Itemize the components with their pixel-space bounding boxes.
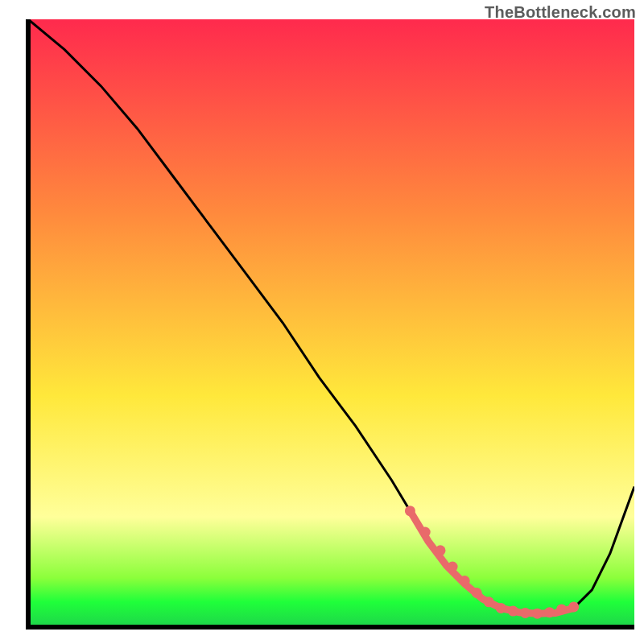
- optimal-dot: [448, 562, 458, 572]
- optimal-dot: [508, 606, 518, 617]
- optimal-dot: [484, 597, 494, 607]
- chart-container: TheBottleneck.com: [0, 0, 644, 644]
- optimal-dot: [405, 506, 415, 516]
- optimal-dot: [436, 545, 446, 555]
- optimal-dot: [496, 603, 506, 613]
- optimal-dot: [460, 576, 470, 586]
- optimal-dot: [556, 604, 567, 614]
- bottleneck-chart-svg: [0, 0, 644, 644]
- optimal-dot: [420, 527, 431, 538]
- plot-area-background: [28, 19, 634, 626]
- attribution-text: TheBottleneck.com: [485, 3, 636, 22]
- optimal-dot: [520, 608, 530, 618]
- optimal-dot: [472, 588, 482, 598]
- optimal-dot: [568, 601, 579, 612]
- optimal-dot: [544, 607, 555, 617]
- optimal-dot: [532, 609, 543, 619]
